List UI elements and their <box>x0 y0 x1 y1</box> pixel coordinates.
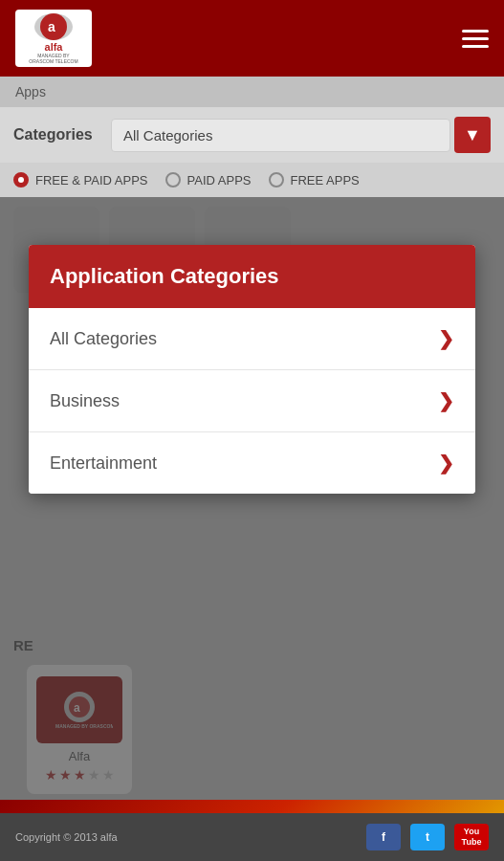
main-content: Application Categories All Categories ❯ … <box>0 197 504 800</box>
banner-stub <box>0 800 504 813</box>
breadcrumb: Apps <box>0 77 504 107</box>
filter-tab-free-paid-label: FREE & PAID APPS <box>35 173 148 188</box>
twitter-icon[interactable]: t <box>410 824 445 850</box>
modal-item-business-label: Business <box>50 391 120 411</box>
logo-initial: a <box>40 13 67 40</box>
chevron-right-icon-entertainment: ❯ <box>438 452 454 475</box>
filter-tab-paid[interactable]: PAID APPS <box>165 172 252 188</box>
modal-item-entertainment[interactable]: Entertainment ❯ <box>29 432 475 494</box>
footer-copyright: Copyright © 2013 alfa <box>15 831 118 843</box>
filter-tab-free-paid[interactable]: FREE & PAID APPS <box>13 172 148 188</box>
modal-title: Application Categories <box>50 264 454 289</box>
hamburger-menu-button[interactable] <box>462 30 489 48</box>
app-logo[interactable]: a alfa MANAGED BYORASCOM TELECOM <box>15 10 92 67</box>
modal-item-all-categories[interactable]: All Categories ❯ <box>29 308 475 370</box>
footer: Copyright © 2013 alfa f t YouTube <box>0 813 504 861</box>
chevron-right-icon-all: ❯ <box>438 327 454 350</box>
radio-paid <box>165 172 181 188</box>
youtube-icon[interactable]: YouTube <box>454 824 489 850</box>
filter-tab-free-label: FREE APPS <box>291 173 360 188</box>
facebook-icon[interactable]: f <box>366 824 401 850</box>
filter-tab-paid-label: PAID APPS <box>187 173 252 188</box>
categories-dropdown[interactable]: All Categories <box>111 119 450 152</box>
categories-dropdown-arrow[interactable]: ▼ <box>454 117 491 153</box>
radio-free <box>269 172 284 188</box>
modal-item-business[interactable]: Business ❯ <box>29 370 475 432</box>
filter-tabs: FREE & PAID APPS PAID APPS FREE APPS <box>0 163 504 197</box>
filter-tab-free[interactable]: FREE APPS <box>269 172 360 188</box>
app-header: a alfa MANAGED BYORASCOM TELECOM <box>0 0 504 77</box>
modal-item-entertainment-label: Entertainment <box>50 453 157 474</box>
categories-dropdown-value: All Categories <box>123 127 212 144</box>
categories-bar: Categories All Categories ▼ <box>0 107 504 163</box>
footer-social: f t YouTube <box>366 824 489 850</box>
logo-alfa-text: alfa <box>45 42 63 53</box>
logo-orascom-text: MANAGED BYORASCOM TELECOM <box>29 53 77 64</box>
categories-label: Categories <box>13 126 99 144</box>
categories-modal: Application Categories All Categories ❯ … <box>29 245 475 494</box>
chevron-right-icon-business: ❯ <box>438 389 454 412</box>
modal-header: Application Categories <box>29 245 475 308</box>
modal-item-all-categories-label: All Categories <box>50 329 157 349</box>
radio-free-paid <box>13 172 29 188</box>
svg-text:a: a <box>48 19 55 34</box>
